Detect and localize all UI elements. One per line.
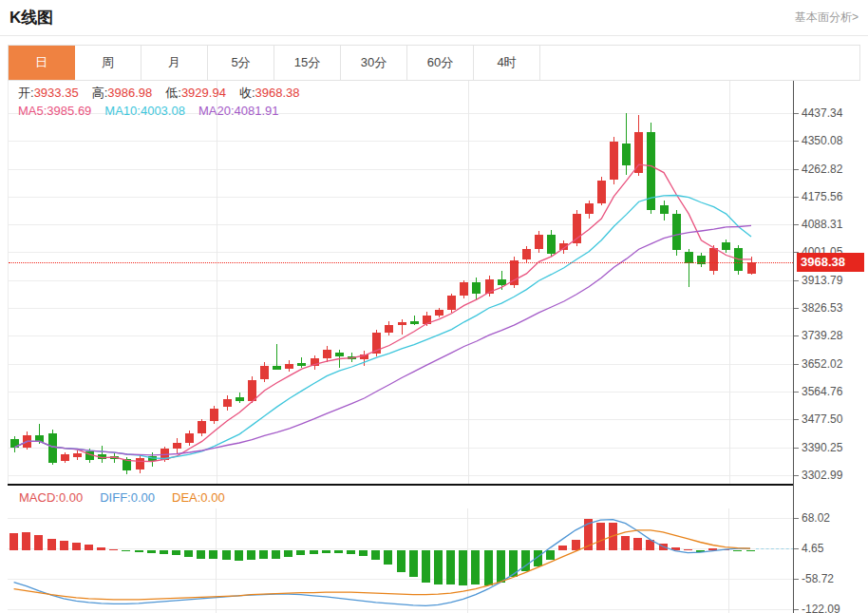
candle-up [634, 132, 643, 173]
macd-bar-up [34, 535, 43, 550]
macd-bar-down [484, 550, 493, 585]
candle-up [136, 458, 144, 470]
gridline-h [9, 448, 793, 449]
macd-bar-up [9, 533, 18, 550]
candle-up [198, 421, 206, 433]
fundamental-analysis-link[interactable]: 基本面分析> [795, 10, 859, 26]
current-price-line [9, 262, 793, 263]
macd-bar-up [671, 547, 680, 551]
macd-bar-down [135, 550, 143, 552]
macd-bar-down [222, 550, 231, 560]
gridline-h [9, 392, 793, 393]
y-axis-label: 4.65 [802, 542, 823, 555]
macd-bar-up [621, 536, 630, 550]
axis-tick [794, 224, 799, 225]
macd-bar-up [558, 546, 567, 551]
gridline-v [217, 81, 217, 484]
candle-up [423, 316, 431, 324]
y-axis-label: 3390.25 [802, 441, 842, 454]
axis-tick [794, 419, 799, 420]
info-pair: 开:3933.35 [18, 86, 79, 100]
candle-up [160, 449, 169, 460]
y-axis-label: -58.72 [802, 572, 834, 585]
tab-15分[interactable]: 15分 [274, 46, 341, 80]
tab-bar[interactable]: 日周月5分15分30分60分4时 [8, 45, 860, 81]
macd-bar-down [259, 550, 268, 559]
axis-tick [794, 364, 799, 365]
tab-日[interactable]: 日 [9, 46, 75, 80]
info-pair: 低:3929.94 [165, 86, 226, 100]
macd-bar-down [160, 550, 168, 554]
macd-bar-down [446, 550, 455, 584]
candle-down [10, 439, 19, 447]
y-axis-label: 3564.76 [802, 385, 842, 398]
info-pair: 收:3968.38 [239, 86, 300, 100]
info-pair: MA10:4003.08 [104, 104, 185, 118]
candle-up [360, 354, 368, 359]
tab-周[interactable]: 周 [75, 46, 142, 80]
axis-tick [794, 448, 799, 449]
macd-bar-down [247, 550, 255, 560]
tab-月[interactable]: 月 [142, 46, 208, 80]
candle-up [522, 249, 531, 259]
candle-down [734, 248, 743, 271]
candle-up [535, 235, 543, 250]
tab-4时[interactable]: 4时 [474, 46, 540, 80]
gridline-h [8, 579, 793, 580]
macd-bar-down [197, 550, 205, 559]
macd-bar-down [384, 550, 392, 565]
macd-value: DIFF:0.00 [100, 490, 155, 505]
gridline-v [216, 508, 217, 613]
macd-bar-down [310, 550, 318, 554]
gridline-h [9, 419, 793, 420]
candle-down [85, 451, 94, 460]
candle-down [348, 356, 356, 359]
gridline-h [8, 609, 793, 610]
page-header: K线图 基本面分析> [0, 0, 868, 36]
macd-bar-up [721, 549, 729, 551]
candle-up [573, 214, 581, 243]
candlestick-chart[interactable]: 开:3933.35高:3986.98低:3929.94收:3968.38 MA5… [8, 81, 793, 484]
info-pair: MA5:3985.69 [18, 104, 91, 118]
macd-bar-down [235, 550, 243, 561]
axis-tick [794, 169, 799, 170]
macd-header: MACD:0.00DIFF:0.00DEA:0.00 [8, 486, 793, 508]
candle-down [123, 459, 131, 470]
candle-wick [402, 319, 403, 335]
macd-bar-down [172, 550, 180, 555]
ma-row: MA5:3985.69MA10:4003.08MA20:4081.91 [18, 102, 313, 120]
y-axis-label: 3302.99 [802, 469, 842, 482]
current-price-badge: 3968.38 [797, 253, 864, 272]
macd-bar-down [521, 550, 530, 571]
y-axis-label: 3477.50 [802, 412, 842, 426]
candle-up [23, 435, 31, 448]
macd-chart[interactable] [8, 508, 793, 613]
candle-up [210, 409, 218, 421]
macd-bar-down [296, 550, 305, 555]
y-axis-label: 4437.34 [802, 106, 842, 120]
y-axis-label: 68.02 [802, 511, 830, 525]
candle-up [559, 243, 568, 251]
macd-bar-down [147, 550, 156, 553]
tab-30分[interactable]: 30分 [341, 46, 407, 80]
macd-bar-down [534, 550, 542, 566]
macd-bar-down [434, 550, 443, 584]
tab-60分[interactable]: 60分 [407, 46, 474, 80]
macd-bar-up [596, 523, 605, 550]
candle-down [48, 433, 57, 463]
macd-bar-up [60, 541, 68, 550]
macd-bar-down [422, 550, 430, 583]
candle-down [236, 397, 244, 401]
macd-bar-down [471, 550, 480, 584]
diff-line [14, 520, 750, 606]
macd-bar-down [322, 550, 330, 553]
gridline-h [9, 364, 793, 365]
axis-tick [794, 113, 799, 114]
macd-bar-up [708, 548, 717, 551]
candle-down [660, 205, 669, 213]
gridline-v [729, 81, 730, 484]
candle-down [722, 242, 730, 250]
candle-up [610, 142, 618, 180]
macd-bar-down [546, 550, 555, 560]
tab-5分[interactable]: 5分 [208, 46, 274, 80]
